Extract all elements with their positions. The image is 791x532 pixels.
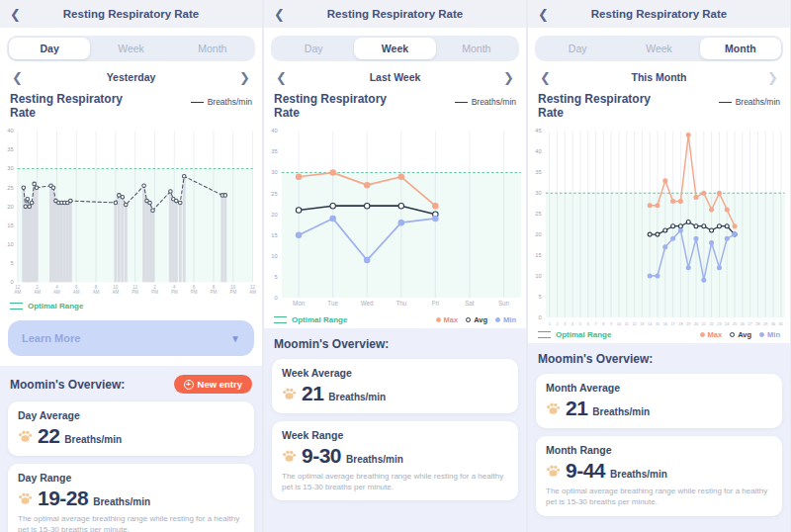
svg-text:25: 25 <box>271 191 277 197</box>
svg-text:11: 11 <box>625 322 629 326</box>
tab-day[interactable]: Day <box>9 38 90 59</box>
panel-month: ❮ Resting Respiratory Rate Day Week Mont… <box>528 0 790 532</box>
svg-text:1: 1 <box>549 322 551 326</box>
svg-text:4: 4 <box>571 322 573 326</box>
svg-text:20: 20 <box>535 231 541 237</box>
svg-text:3: 3 <box>564 322 566 326</box>
svg-text:9: 9 <box>610 322 612 326</box>
tab-month[interactable]: Month <box>436 38 517 59</box>
line-swatch-icon <box>719 102 732 103</box>
svg-text:24: 24 <box>725 322 729 326</box>
new-entry-button[interactable]: + New entry <box>174 375 252 394</box>
min-dot-icon <box>495 317 500 322</box>
back-icon[interactable]: ❮ <box>538 8 549 21</box>
paw-icon <box>282 449 297 463</box>
svg-text:29: 29 <box>763 322 767 326</box>
prev-period-icon[interactable]: ❮ <box>12 71 23 84</box>
day-chart: 051015202530354012AM2AM4AM6AM8AM10AM12PM… <box>0 123 262 301</box>
svg-text:26: 26 <box>741 322 745 326</box>
svg-text:PM: PM <box>151 290 158 295</box>
day-range-card: Day Range 19-28 Breaths/min The optimal … <box>8 464 254 532</box>
svg-text:Sat: Sat <box>465 300 475 307</box>
svg-text:15: 15 <box>535 252 541 258</box>
svg-text:17: 17 <box>670 322 674 326</box>
optimal-range-icon <box>538 331 551 338</box>
chart-header: Resting Respiratory Rate Breaths/min <box>0 89 262 123</box>
plus-icon: + <box>184 380 194 390</box>
svg-text:15: 15 <box>7 222 13 228</box>
svg-text:20: 20 <box>7 204 13 210</box>
svg-text:40: 40 <box>271 128 277 133</box>
series-legend: Max Avg Min <box>436 315 516 324</box>
svg-text:6: 6 <box>587 322 589 326</box>
week-chart: 0510152025303540MonTueWedThuFriSatSun <box>264 123 526 314</box>
app-header: ❮ Resting Respiratory Rate <box>264 0 526 28</box>
period-label: This Month <box>551 71 767 83</box>
period-label: Last Week <box>287 71 503 83</box>
tab-week[interactable]: Week <box>354 38 435 59</box>
svg-text:20: 20 <box>271 212 277 218</box>
paw-icon <box>18 491 33 505</box>
svg-text:25: 25 <box>535 211 541 217</box>
optimal-range-icon <box>10 303 23 310</box>
svg-text:21: 21 <box>702 322 706 326</box>
tab-week[interactable]: Week <box>618 38 699 59</box>
tab-bar: Day Week Month <box>271 36 519 61</box>
paw-icon <box>546 401 561 415</box>
svg-text:15: 15 <box>656 322 659 326</box>
learn-more-button[interactable]: Learn More ▼ <box>8 320 254 356</box>
month-chart: 0510152025303540451234567891011121314151… <box>528 123 790 329</box>
legend-min: Min <box>495 315 516 324</box>
svg-text:PM: PM <box>229 290 236 295</box>
next-period-icon[interactable]: ❯ <box>503 71 514 84</box>
period-label: Yesterday <box>23 71 239 83</box>
svg-text:31: 31 <box>779 322 783 326</box>
month-average-card: Month Average 21 Breaths/min <box>536 374 782 428</box>
next-period-icon[interactable]: ❯ <box>767 71 778 84</box>
tab-month[interactable]: Month <box>700 38 781 59</box>
chart-title: Resting Respiratory Rate <box>10 93 129 121</box>
svg-text:8: 8 <box>602 322 604 326</box>
svg-text:AM: AM <box>53 290 60 295</box>
max-dot-icon <box>700 332 705 337</box>
svg-text:AM: AM <box>73 290 80 295</box>
svg-text:19: 19 <box>686 322 690 326</box>
next-period-icon[interactable]: ❯ <box>239 71 250 84</box>
svg-text:5: 5 <box>579 322 581 326</box>
tab-day[interactable]: Day <box>537 38 618 59</box>
chevron-down-icon: ▼ <box>230 333 240 344</box>
page-title: Resting Respiratory Rate <box>0 8 262 20</box>
svg-text:10: 10 <box>535 273 541 279</box>
week-range-card: Week Range 9-30 Breaths/min The optimal … <box>272 421 518 501</box>
chart-legend-row: Optimal Range Max Avg Min <box>264 314 526 328</box>
svg-text:40: 40 <box>7 128 13 133</box>
back-icon[interactable]: ❮ <box>274 8 285 21</box>
legend-avg: Avg <box>730 330 751 339</box>
overview-section: Moomin's Overview: Week Average 21 Breat… <box>264 328 526 532</box>
back-icon[interactable]: ❮ <box>10 8 21 21</box>
tab-day[interactable]: Day <box>273 38 354 59</box>
chart-legend-row: Optimal Range Max Avg Min <box>528 329 790 343</box>
overview-heading: Moomin's Overview: <box>10 378 125 392</box>
svg-text:40: 40 <box>535 148 541 154</box>
svg-text:13: 13 <box>640 322 644 326</box>
prev-period-icon[interactable]: ❮ <box>540 71 551 84</box>
max-dot-icon <box>436 317 441 322</box>
svg-text:PM: PM <box>132 290 138 295</box>
paw-icon <box>18 429 33 443</box>
svg-text:30: 30 <box>271 169 277 175</box>
svg-text:35: 35 <box>535 169 541 175</box>
svg-text:Thu: Thu <box>396 300 406 307</box>
day-average-card: Day Average 22 Breaths/min <box>8 401 254 456</box>
svg-text:PM: PM <box>211 290 218 295</box>
optimal-range-note: The optimal average breathing range whil… <box>546 487 772 508</box>
min-dot-icon <box>759 332 764 337</box>
svg-text:5: 5 <box>10 260 13 266</box>
month-range-card: Month Range 9-44 Breaths/min The optimal… <box>536 436 782 516</box>
tab-month[interactable]: Month <box>172 38 253 59</box>
svg-text:0: 0 <box>10 279 13 285</box>
page-title: Resting Respiratory Rate <box>264 8 526 20</box>
svg-text:2: 2 <box>556 322 558 326</box>
tab-week[interactable]: Week <box>90 38 171 59</box>
prev-period-icon[interactable]: ❮ <box>276 71 287 84</box>
